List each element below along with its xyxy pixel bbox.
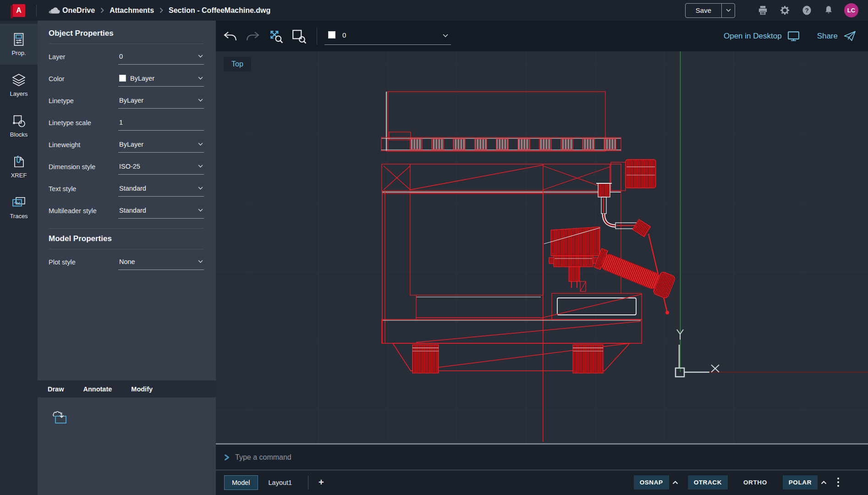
blocks-icon <box>12 114 26 128</box>
properties-panel: Object PropertiesLayer0ColorByLayerLinet… <box>38 21 216 495</box>
zoom-extents-icon[interactable] <box>267 28 285 45</box>
status-toggles: OSNAPOTRACKORTHOPOLAR <box>624 475 840 490</box>
traces-icon <box>11 196 26 209</box>
divider <box>308 476 308 490</box>
rail-item-label: XREF <box>11 172 27 179</box>
polar-options-chevron-icon[interactable] <box>821 481 827 484</box>
ribbon-tab-modify[interactable]: Modify <box>131 385 153 393</box>
status-bar: ModelLayout1 + OSNAPOTRACKORTHOPOLAR <box>216 470 868 495</box>
property-field-text-style[interactable]: Standard <box>118 182 204 197</box>
cad-drawing: X Y <box>216 51 868 443</box>
breadcrumb-item[interactable]: OneDrive <box>62 6 95 15</box>
top-action-icons: ? <box>746 5 834 16</box>
status-overflow-menu-icon[interactable] <box>837 477 840 488</box>
rail-item-layers[interactable]: Layers <box>0 65 38 105</box>
main-column: 0 Open in Desktop Share Top <box>216 21 868 495</box>
command-bar <box>216 445 868 470</box>
property-field-linetype[interactable]: ByLayer <box>118 94 204 109</box>
save-button-group: Save <box>685 3 735 18</box>
property-field-value: ISO-25 <box>119 163 140 170</box>
share-button[interactable]: Share <box>817 30 856 42</box>
open-in-desktop-button[interactable]: Open in Desktop <box>724 31 800 42</box>
send-plane-icon <box>843 30 856 42</box>
toggle-ortho[interactable]: ORTHO <box>737 475 773 490</box>
property-field-row: Dimension styleISO-25 <box>49 156 204 178</box>
notifications-bell-icon[interactable] <box>823 5 834 16</box>
rail-item-traces[interactable]: Traces <box>0 187 38 228</box>
top-bar: A OneDriveAttachmentsSection - CoffeeMac… <box>0 0 868 21</box>
drawing-canvas[interactable]: Top <box>216 51 868 443</box>
toggle-polar[interactable]: POLAR <box>783 475 818 490</box>
property-field-row: Plot styleNone <box>49 251 204 273</box>
revision-cloud-insert-icon[interactable] <box>50 409 69 426</box>
property-field-row: Text styleStandard <box>49 178 204 200</box>
user-avatar[interactable]: LC <box>844 3 858 17</box>
left-icon-rail: Prop.LayersBlocksXREFTraces <box>0 21 38 495</box>
chevron-down-icon <box>198 55 203 58</box>
breadcrumb: OneDriveAttachmentsSection - CoffeeMachi… <box>62 6 270 15</box>
settings-gear-icon[interactable] <box>779 5 790 16</box>
property-field-layer[interactable]: 0 <box>118 50 204 65</box>
canvas-grid <box>216 51 868 443</box>
section-divider <box>49 228 204 229</box>
property-field-linetype-scale[interactable]: 1 <box>118 116 204 131</box>
breadcrumb-item: Section - CoffeeMachine.dwg <box>169 6 270 15</box>
toolbar-right: Open in Desktop Share <box>724 30 856 42</box>
layers-icon <box>11 73 26 87</box>
divider <box>36 5 37 16</box>
save-options-chevron[interactable] <box>721 4 735 17</box>
chevron-down-icon <box>198 165 203 168</box>
rail-item-label: Prop. <box>11 50 26 56</box>
property-field-multileader-style[interactable]: Standard <box>118 204 204 219</box>
panel-sections: Object PropertiesLayer0ColorByLayerLinet… <box>38 21 216 380</box>
print-icon[interactable] <box>757 5 768 16</box>
property-field-dimension-style[interactable]: ISO-25 <box>118 160 204 175</box>
layout-tabs: ModelLayout1 <box>224 475 300 490</box>
property-field-value: ByLayer <box>119 141 143 148</box>
osnap-options-chevron-icon[interactable] <box>672 481 678 484</box>
add-layout-button[interactable]: + <box>316 477 327 488</box>
rail-item-xref[interactable]: XREF <box>0 146 38 187</box>
rail-item-prop[interactable]: Prop. <box>0 24 38 65</box>
layout-tab-layout1[interactable]: Layout1 <box>261 475 300 490</box>
rail-item-blocks[interactable]: Blocks <box>0 105 38 146</box>
toggle-osnap[interactable]: OSNAP <box>634 475 669 490</box>
property-field-color[interactable]: ByLayer <box>118 72 204 87</box>
property-field-label: Dimension style <box>49 163 118 170</box>
redo-icon <box>244 28 262 45</box>
breadcrumb-item[interactable]: Attachments <box>110 6 154 15</box>
property-field-label: Color <box>49 75 118 82</box>
rail-item-label: Traces <box>10 213 27 220</box>
chevron-down-icon <box>198 143 203 146</box>
property-field-lineweight[interactable]: ByLayer <box>118 138 204 153</box>
property-field-plot-style[interactable]: None <box>118 255 204 270</box>
ribbon-tab-annotate[interactable]: Annotate <box>83 385 112 393</box>
section-title: Model Properties <box>49 233 204 249</box>
command-prompt-chevron <box>224 454 230 461</box>
onedrive-cloud-icon <box>47 6 60 15</box>
divider <box>317 28 317 45</box>
command-input[interactable] <box>234 453 465 462</box>
property-field-value: 1 <box>119 119 123 126</box>
chevron-down-icon <box>198 77 203 80</box>
xref-icon <box>12 155 26 169</box>
undo-icon[interactable] <box>221 28 239 45</box>
view-cube-label[interactable]: Top <box>224 57 251 72</box>
properties-icon <box>12 33 26 46</box>
current-layer-select[interactable]: 0 <box>324 28 451 45</box>
toggle-otrack[interactable]: OTRACK <box>688 475 728 490</box>
zoom-window-icon[interactable] <box>290 28 308 45</box>
ribbon-tab-draw[interactable]: Draw <box>48 385 64 393</box>
breadcrumb-separator-icon <box>100 7 104 13</box>
layout-tab-model[interactable]: Model <box>224 475 258 490</box>
save-button[interactable]: Save <box>686 4 721 17</box>
document-toolbar: 0 Open in Desktop Share <box>216 21 868 51</box>
property-field-value: Standard <box>119 185 146 192</box>
help-icon[interactable]: ? <box>801 5 812 16</box>
property-field-label: Linetype scale <box>49 119 118 126</box>
autocad-logo-icon[interactable]: A <box>12 4 25 17</box>
ribbon-tabs: DrawAnnotateModify <box>38 380 216 397</box>
property-field-value: 0 <box>119 53 123 60</box>
property-field-value: Standard <box>119 207 146 214</box>
layer-select-value: 0 <box>342 31 346 39</box>
